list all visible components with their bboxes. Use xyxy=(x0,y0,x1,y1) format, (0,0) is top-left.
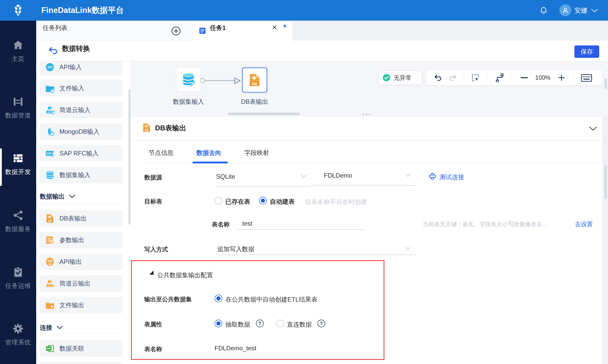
db-name-select[interactable]: FDLDemo xyxy=(324,172,352,179)
panel-collapse-chevron-icon[interactable] xyxy=(589,126,597,131)
radio-direct-data[interactable] xyxy=(276,320,284,327)
sidebar-item-home[interactable]: 主页 xyxy=(0,39,36,63)
tab-field-mapping[interactable]: 字段映射 xyxy=(244,149,269,157)
radio-existing-table-label[interactable]: 已存在表 xyxy=(225,197,250,206)
canvas-horizontal-scrollbar[interactable] xyxy=(227,113,300,115)
palette-item-param-output[interactable]: 参数输出 xyxy=(39,232,123,248)
sidebar-nav xyxy=(0,21,36,364)
user-name[interactable]: 安娜 xyxy=(574,0,587,21)
write-mode-chevron-icon[interactable] xyxy=(405,247,411,250)
db-type-chevron-icon[interactable] xyxy=(300,175,307,178)
public-table-name-value: FDLDemo_test xyxy=(215,345,256,352)
tab-close-icon[interactable]: × xyxy=(272,23,277,31)
task-doc-icon xyxy=(199,27,206,35)
table-pk-hint: 当前表无主键；表名、字段名大小写批量修改在... xyxy=(423,220,547,228)
radio-direct-data-label[interactable]: 直连数据 xyxy=(287,320,312,329)
svg-text:JDY: JDY xyxy=(47,284,51,287)
zoom-in-icon[interactable] xyxy=(558,74,565,81)
palette-item-jdy-input[interactable]: JDY 简道云输入 xyxy=(39,102,123,118)
auto-create-hint: 仅表名称不存在时创建 xyxy=(305,198,367,206)
palette-item-data-join[interactable]: 数据关联 xyxy=(39,340,123,357)
undo-icon[interactable] xyxy=(434,74,442,82)
status-badge[interactable]: 无异常 xyxy=(378,71,422,85)
notification-bell-icon[interactable] xyxy=(539,6,548,15)
tab-data-destination[interactable]: 数据去向 xyxy=(196,149,221,157)
radio-existing-table[interactable] xyxy=(215,197,222,204)
back-icon[interactable] xyxy=(48,46,58,56)
public-output-label: 输出至公共数据集 xyxy=(144,295,192,303)
dataset-input-icon xyxy=(181,72,196,87)
sidebar-item-data-dev[interactable]: 数据开发 xyxy=(0,152,36,176)
app-title: FineDataLink数据平台 xyxy=(41,0,124,21)
node-db-table-output-label: DB表输出 xyxy=(229,98,280,106)
section-collapse-icon[interactable] xyxy=(149,271,154,275)
tab-task1[interactable] xyxy=(193,21,292,41)
tab-node-info[interactable]: 节点信息 xyxy=(149,149,173,157)
db-table-output-icon: DB xyxy=(247,73,262,87)
sidebar-item-data-pipeline[interactable]: 数据管道 xyxy=(0,96,36,120)
user-menu-chevron-down-icon[interactable] xyxy=(591,9,598,13)
task-list-label[interactable]: 任务列表 xyxy=(43,24,67,32)
add-task-icon[interactable] xyxy=(171,26,181,36)
clipboard-check-icon xyxy=(12,266,24,278)
db-name-chevron-icon[interactable] xyxy=(405,173,411,177)
chevron-down-icon xyxy=(56,326,63,330)
auto-layout-icon[interactable] xyxy=(495,73,504,82)
write-mode-underline xyxy=(215,255,416,255)
radio-extract-data[interactable] xyxy=(215,320,222,327)
sidebar-item-task-ops[interactable]: 任务运维 xyxy=(0,266,36,290)
palette-item-mongodb-input[interactable]: MongoDB输入 xyxy=(39,123,123,140)
palette-item-api-input[interactable]: API API输入 xyxy=(39,61,123,75)
sidebar-item-data-service[interactable]: 数据服务 xyxy=(0,209,36,233)
db-type-select[interactable]: SQLite xyxy=(216,173,235,180)
node-dataset-input[interactable] xyxy=(177,68,200,91)
flow-canvas[interactable] xyxy=(131,61,608,116)
palette-item-jdy-output[interactable]: JDY 简道云输出 xyxy=(39,275,123,292)
panel-header-divider xyxy=(131,140,602,141)
radio-public-auto-etl-label[interactable]: 在公共数据中自动创建ETL结果表 xyxy=(225,295,317,304)
palette-item-partial xyxy=(39,362,123,364)
param-output-icon xyxy=(45,235,55,245)
public-section-title[interactable]: 公共数据集输出配置 xyxy=(157,271,213,279)
goto-settings-link[interactable]: 去设置 xyxy=(575,220,593,228)
marquee-select-icon[interactable] xyxy=(471,73,480,82)
panel-vertical-scrollbar[interactable] xyxy=(604,165,607,199)
target-table-label: 目标表 xyxy=(144,197,162,205)
palette-section-connect[interactable]: 连接 xyxy=(40,323,63,332)
keyboard-shortcuts-icon[interactable] xyxy=(581,74,592,82)
edge-source-port[interactable] xyxy=(200,78,205,83)
extract-help-icon[interactable]: ? xyxy=(256,320,264,327)
table-name-input[interactable]: test xyxy=(242,220,252,227)
data-join-icon xyxy=(45,344,55,353)
palette-scrollbar[interactable] xyxy=(128,89,131,225)
direct-help-icon[interactable]: ? xyxy=(317,320,325,327)
palette-item-dataset-input[interactable]: 数据集输入 xyxy=(39,167,123,183)
radio-auto-create-label[interactable]: 自动建表 xyxy=(270,197,295,206)
palette-item-db-table-output[interactable]: DB DB表输出 xyxy=(39,210,123,227)
write-mode-select[interactable]: 追加写入数据 xyxy=(217,245,254,253)
tab-task1-label[interactable]: 任务1 xyxy=(210,24,226,32)
palette-item-file-input[interactable]: 文件输入 xyxy=(39,80,123,97)
redo-icon[interactable] xyxy=(449,74,457,82)
table-attr-label: 表属性 xyxy=(144,320,162,328)
test-connection-icon[interactable] xyxy=(428,172,437,181)
node-db-table-output[interactable]: DB xyxy=(242,68,267,92)
toolbar-divider xyxy=(488,73,488,83)
radio-auto-create[interactable] xyxy=(259,197,267,204)
user-avatar[interactable] xyxy=(559,4,571,16)
table-name-underline xyxy=(237,229,364,230)
radio-extract-data-label[interactable]: 抽取数据 xyxy=(225,320,250,329)
palette-item-sap-rfc-input[interactable]: SAP SAP RFC输入 xyxy=(39,145,123,162)
radio-public-auto-etl[interactable] xyxy=(215,295,222,302)
palette-section-output[interactable]: 数据输出 xyxy=(40,192,75,201)
api-input-icon: API xyxy=(45,62,55,72)
palette-divider xyxy=(40,333,123,333)
page-vertical-scrollbar[interactable] xyxy=(604,78,607,89)
svg-text:DB: DB xyxy=(252,82,257,86)
sidebar-item-admin[interactable]: 管理系统 xyxy=(0,323,36,346)
palette-item-file-output[interactable]: 文件输出 xyxy=(39,297,123,313)
zoom-out-icon[interactable] xyxy=(521,77,528,78)
save-button[interactable]: 保存 xyxy=(574,45,599,58)
test-connection-link[interactable]: 测试连接 xyxy=(439,173,464,181)
palette-item-api-output[interactable]: API API输出 xyxy=(39,254,123,270)
